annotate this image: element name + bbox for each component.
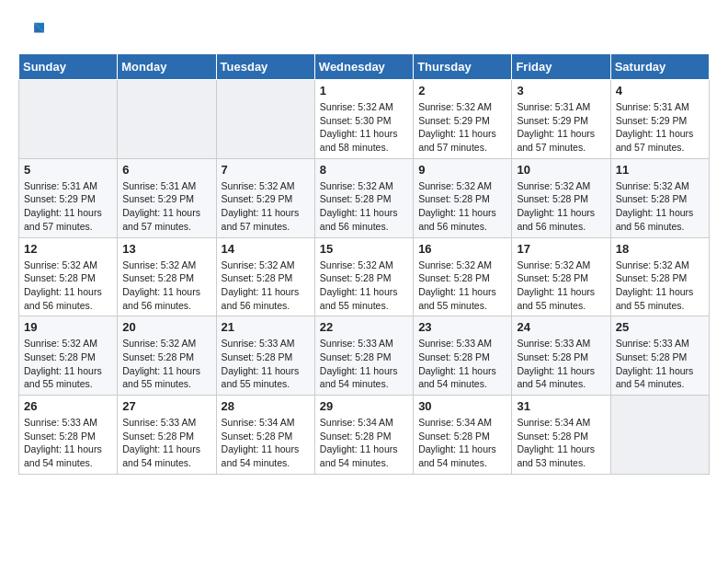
day-info: Sunrise: 5:31 AMSunset: 5:29 PMDaylight:… <box>517 100 605 155</box>
day-number: 15 <box>320 242 408 256</box>
day-info: Sunrise: 5:32 AMSunset: 5:28 PMDaylight:… <box>122 259 210 313</box>
day-info: Sunrise: 5:32 AMSunset: 5:28 PMDaylight:… <box>616 259 704 313</box>
day-info: Sunrise: 5:32 AMSunset: 5:28 PMDaylight:… <box>616 179 704 234</box>
day-number: 20 <box>122 320 210 334</box>
calendar-cell: 5Sunrise: 5:31 AMSunset: 5:29 PMDaylight… <box>19 158 118 237</box>
day-number: 1 <box>320 84 408 98</box>
day-info: Sunrise: 5:32 AMSunset: 5:28 PMDaylight:… <box>517 259 605 313</box>
day-info: Sunrise: 5:32 AMSunset: 5:28 PMDaylight:… <box>24 259 112 313</box>
day-info: Sunrise: 5:34 AMSunset: 5:28 PMDaylight:… <box>517 416 605 470</box>
day-info: Sunrise: 5:34 AMSunset: 5:28 PMDaylight:… <box>418 416 506 470</box>
calendar-week-row: 19Sunrise: 5:32 AMSunset: 5:28 PMDayligh… <box>19 316 710 396</box>
day-info: Sunrise: 5:32 AMSunset: 5:28 PMDaylight:… <box>418 259 506 313</box>
calendar-cell: 11Sunrise: 5:32 AMSunset: 5:28 PMDayligh… <box>610 158 709 237</box>
day-number: 24 <box>517 320 605 334</box>
calendar-week-row: 26Sunrise: 5:33 AMSunset: 5:28 PMDayligh… <box>19 396 710 475</box>
calendar-cell: 15Sunrise: 5:32 AMSunset: 5:28 PMDayligh… <box>314 237 413 316</box>
day-number: 14 <box>222 242 310 256</box>
day-number: 3 <box>517 84 605 98</box>
calendar-cell: 13Sunrise: 5:32 AMSunset: 5:28 PMDayligh… <box>118 237 216 316</box>
day-info: Sunrise: 5:34 AMSunset: 5:28 PMDaylight:… <box>222 416 310 470</box>
day-info: Sunrise: 5:32 AMSunset: 5:30 PMDaylight:… <box>320 100 408 155</box>
calendar-cell: 30Sunrise: 5:34 AMSunset: 5:28 PMDayligh… <box>414 396 512 475</box>
calendar-cell: 23Sunrise: 5:33 AMSunset: 5:28 PMDayligh… <box>414 316 512 396</box>
calendar-cell: 31Sunrise: 5:34 AMSunset: 5:28 PMDayligh… <box>512 396 610 475</box>
calendar-cell <box>19 80 118 159</box>
day-number: 11 <box>616 163 704 177</box>
day-info: Sunrise: 5:33 AMSunset: 5:28 PMDaylight:… <box>320 337 408 391</box>
day-info: Sunrise: 5:32 AMSunset: 5:28 PMDaylight:… <box>222 259 310 313</box>
calendar-cell: 17Sunrise: 5:32 AMSunset: 5:28 PMDayligh… <box>512 237 610 316</box>
day-info: Sunrise: 5:31 AMSunset: 5:29 PMDaylight:… <box>122 179 210 234</box>
calendar-cell: 28Sunrise: 5:34 AMSunset: 5:28 PMDayligh… <box>216 396 314 475</box>
day-info: Sunrise: 5:31 AMSunset: 5:29 PMDaylight:… <box>24 179 112 234</box>
calendar-cell: 1Sunrise: 5:32 AMSunset: 5:30 PMDaylight… <box>314 80 413 159</box>
day-number: 13 <box>122 242 210 256</box>
calendar-cell: 18Sunrise: 5:32 AMSunset: 5:28 PMDayligh… <box>610 237 709 316</box>
day-number: 8 <box>320 163 408 177</box>
day-number: 7 <box>222 163 310 177</box>
day-number: 2 <box>418 84 506 98</box>
calendar-cell: 22Sunrise: 5:33 AMSunset: 5:28 PMDayligh… <box>314 316 413 396</box>
weekday-header: Tuesday <box>216 54 314 80</box>
day-info: Sunrise: 5:32 AMSunset: 5:28 PMDaylight:… <box>122 337 210 391</box>
weekday-header: Saturday <box>610 54 709 80</box>
calendar-cell: 2Sunrise: 5:32 AMSunset: 5:29 PMDaylight… <box>414 80 512 159</box>
weekday-header: Wednesday <box>314 54 413 80</box>
weekday-header: Sunday <box>19 54 118 80</box>
day-number: 16 <box>418 242 506 256</box>
day-number: 10 <box>517 163 605 177</box>
day-number: 23 <box>418 320 506 334</box>
day-number: 17 <box>517 242 605 256</box>
day-info: Sunrise: 5:33 AMSunset: 5:28 PMDaylight:… <box>222 337 310 391</box>
day-info: Sunrise: 5:31 AMSunset: 5:29 PMDaylight:… <box>616 100 704 155</box>
day-number: 21 <box>222 320 310 334</box>
calendar-cell: 25Sunrise: 5:33 AMSunset: 5:28 PMDayligh… <box>610 316 709 396</box>
day-number: 4 <box>616 84 704 98</box>
day-info: Sunrise: 5:32 AMSunset: 5:29 PMDaylight:… <box>418 100 506 155</box>
day-info: Sunrise: 5:33 AMSunset: 5:28 PMDaylight:… <box>517 337 605 391</box>
day-number: 26 <box>24 399 112 413</box>
calendar-cell: 6Sunrise: 5:31 AMSunset: 5:29 PMDaylight… <box>118 158 216 237</box>
calendar-cell: 9Sunrise: 5:32 AMSunset: 5:28 PMDaylight… <box>414 158 512 237</box>
calendar-cell: 4Sunrise: 5:31 AMSunset: 5:29 PMDaylight… <box>610 80 709 159</box>
calendar-table: SundayMondayTuesdayWednesdayThursdayFrid… <box>18 53 710 475</box>
day-number: 25 <box>616 320 704 334</box>
day-info: Sunrise: 5:32 AMSunset: 5:29 PMDaylight:… <box>222 179 310 234</box>
logo <box>18 18 48 44</box>
calendar-cell: 10Sunrise: 5:32 AMSunset: 5:28 PMDayligh… <box>512 158 610 237</box>
day-number: 5 <box>24 163 112 177</box>
day-number: 30 <box>418 399 506 413</box>
calendar-cell <box>216 80 314 159</box>
logo-icon <box>18 18 44 44</box>
day-info: Sunrise: 5:32 AMSunset: 5:28 PMDaylight:… <box>418 179 506 234</box>
day-info: Sunrise: 5:33 AMSunset: 5:28 PMDaylight:… <box>122 416 210 470</box>
calendar-cell: 24Sunrise: 5:33 AMSunset: 5:28 PMDayligh… <box>512 316 610 396</box>
calendar-cell: 8Sunrise: 5:32 AMSunset: 5:28 PMDaylight… <box>314 158 413 237</box>
calendar-cell: 20Sunrise: 5:32 AMSunset: 5:28 PMDayligh… <box>118 316 216 396</box>
weekday-header: Friday <box>512 54 610 80</box>
calendar-cell: 19Sunrise: 5:32 AMSunset: 5:28 PMDayligh… <box>19 316 118 396</box>
calendar-cell <box>610 396 709 475</box>
weekday-header-row: SundayMondayTuesdayWednesdayThursdayFrid… <box>19 54 710 80</box>
weekday-header: Monday <box>118 54 216 80</box>
day-info: Sunrise: 5:34 AMSunset: 5:28 PMDaylight:… <box>320 416 408 470</box>
day-info: Sunrise: 5:32 AMSunset: 5:28 PMDaylight:… <box>320 179 408 234</box>
day-info: Sunrise: 5:32 AMSunset: 5:28 PMDaylight:… <box>320 259 408 313</box>
day-number: 28 <box>222 399 310 413</box>
calendar-cell: 12Sunrise: 5:32 AMSunset: 5:28 PMDayligh… <box>19 237 118 316</box>
day-number: 9 <box>418 163 506 177</box>
day-number: 27 <box>122 399 210 413</box>
calendar-cell: 7Sunrise: 5:32 AMSunset: 5:29 PMDaylight… <box>216 158 314 237</box>
calendar-cell: 27Sunrise: 5:33 AMSunset: 5:28 PMDayligh… <box>118 396 216 475</box>
day-info: Sunrise: 5:33 AMSunset: 5:28 PMDaylight:… <box>24 416 112 470</box>
day-number: 29 <box>320 399 408 413</box>
calendar-cell <box>118 80 216 159</box>
calendar-week-row: 5Sunrise: 5:31 AMSunset: 5:29 PMDaylight… <box>19 158 710 237</box>
day-number: 12 <box>24 242 112 256</box>
calendar-cell: 3Sunrise: 5:31 AMSunset: 5:29 PMDaylight… <box>512 80 610 159</box>
calendar-week-row: 1Sunrise: 5:32 AMSunset: 5:30 PMDaylight… <box>19 80 710 159</box>
page-header <box>18 18 710 44</box>
calendar-cell: 14Sunrise: 5:32 AMSunset: 5:28 PMDayligh… <box>216 237 314 316</box>
day-number: 22 <box>320 320 408 334</box>
